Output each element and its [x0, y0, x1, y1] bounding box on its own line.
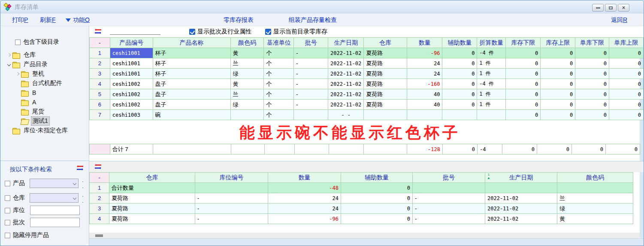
cell[interactable] — [557, 183, 633, 193]
cell[interactable]: ceshi1002 — [110, 100, 153, 110]
close-button[interactable]: × — [618, 4, 629, 12]
tree-item-product-catalog[interactable]: 产品目录 — [0, 60, 89, 69]
cell[interactable]: 夏荷路 — [364, 79, 407, 89]
cell[interactable]: ceshi1001 — [110, 69, 153, 79]
cell[interactable]: 0 — [341, 214, 413, 224]
cell[interactable]: -96 — [268, 214, 341, 224]
cell[interactable]: 0 — [506, 100, 541, 110]
refresh-button[interactable]: 刷新F — [40, 16, 56, 24]
col-store-min[interactable]: 单库下限 — [575, 38, 609, 48]
cell[interactable]: - — [195, 193, 268, 203]
cell[interactable]: 0 — [575, 100, 609, 110]
assembly-stock-check-link[interactable]: 组装产品存量检查 — [289, 16, 337, 24]
cell[interactable]: 1 — [90, 183, 109, 193]
col-warehouse[interactable]: 仓库 — [364, 38, 407, 48]
cell[interactable]: 盘子 — [153, 100, 230, 110]
cell[interactable]: 黄 — [230, 79, 264, 89]
cell[interactable]: 黄 — [557, 214, 633, 224]
cell[interactable]: 个 — [264, 100, 294, 110]
cell[interactable]: 盘子 — [153, 89, 230, 100]
cell[interactable]: 夏荷路 — [109, 193, 195, 203]
cell[interactable]: 3 — [90, 203, 109, 214]
product-checkbox[interactable] — [5, 181, 10, 186]
cell[interactable]: 0 — [341, 193, 413, 203]
cell[interactable]: - — [413, 203, 485, 214]
warehouse-more-button[interactable]: . . — [82, 192, 89, 204]
cell[interactable] — [407, 110, 442, 120]
col-base-unit[interactable]: 基准单位 — [264, 38, 294, 48]
cell[interactable]: 0 — [609, 48, 644, 58]
cell[interactable]: 1 件 — [477, 100, 506, 110]
col-qty[interactable]: 数量 — [268, 173, 341, 183]
cell[interactable]: 1 件 — [477, 89, 506, 100]
cell[interactable]: 3 — [90, 69, 110, 79]
col-prod-date[interactable]: 生产日期 — [328, 38, 364, 48]
hide-disabled-checkbox[interactable] — [5, 233, 10, 238]
cell[interactable]: 0 — [575, 89, 609, 100]
back-button[interactable]: 返回R — [611, 16, 627, 24]
cell[interactable]: 0 — [541, 48, 575, 58]
cell[interactable]: 夏荷路 — [364, 100, 407, 110]
cell[interactable] — [364, 110, 407, 120]
cell[interactable]: 0 — [506, 48, 541, 58]
cell[interactable]: 0 — [541, 58, 575, 69]
cell[interactable] — [195, 183, 268, 193]
cell[interactable]: 0 — [506, 69, 541, 79]
cell[interactable]: - — [294, 48, 328, 58]
cell[interactable]: 24 — [407, 58, 442, 69]
cell[interactable]: 个 — [264, 79, 294, 89]
col-color-code[interactable]: 颜色码 — [557, 173, 633, 183]
cell[interactable] — [485, 183, 557, 193]
zero-stock-report-link[interactable]: 零库存报表 — [224, 16, 254, 24]
cell[interactable]: 2022-11-02 — [328, 69, 364, 79]
functions-menu-button[interactable]: 功能O — [66, 16, 90, 24]
cell[interactable]: 2022-11-02 — [485, 203, 557, 214]
col-store-max[interactable]: 单库上限 — [609, 38, 644, 48]
cell[interactable] — [294, 110, 328, 120]
warehouse-checkbox[interactable] — [5, 195, 10, 201]
cell[interactable]: 夏荷路 — [364, 89, 407, 100]
cell[interactable]: 0 — [609, 110, 644, 120]
show-batch-checkbox[interactable]: 显示批次及行业属性 — [189, 28, 251, 36]
cell[interactable]: ceshi1001 — [110, 58, 153, 69]
cell[interactable]: 40 — [407, 100, 442, 110]
tree-item-test1-selected[interactable]: 测试1 — [0, 116, 89, 126]
cell[interactable]: 0 — [575, 58, 609, 69]
cell[interactable]: 夏荷路 — [109, 203, 195, 214]
show-zero-stock-checkbox[interactable]: 显示当前目录零库存 — [265, 28, 327, 36]
cell[interactable]: - — [195, 203, 268, 214]
cell[interactable]: - — [294, 79, 328, 89]
cell[interactable]: 0 — [341, 203, 413, 214]
cell[interactable]: 兰 — [230, 89, 264, 100]
cell[interactable]: 2022-11-02 — [328, 48, 364, 58]
cell[interactable]: 合计数量 — [109, 183, 195, 193]
cell[interactable]: -4 件 — [477, 79, 506, 89]
cell[interactable]: -96 — [407, 48, 442, 58]
cell[interactable]: 0 — [575, 79, 609, 89]
tree-item-warehouse[interactable]: 仓库 — [0, 50, 89, 60]
cell[interactable]: 24 — [268, 203, 341, 214]
cell[interactable]: - — [294, 58, 328, 69]
cell[interactable]: 2 — [90, 58, 110, 69]
cell[interactable]: 2022-11-02 — [485, 193, 557, 203]
cell[interactable]: 黄 — [230, 48, 264, 58]
cell[interactable]: 2022-11-02 — [328, 79, 364, 89]
cell[interactable]: 杯子 — [153, 69, 230, 79]
cell[interactable]: 夏荷路 — [109, 214, 195, 224]
chevron-right-icon[interactable] — [14, 73, 21, 75]
cell[interactable] — [477, 110, 506, 120]
cell[interactable]: - - — [328, 110, 364, 120]
col-row-index[interactable]: - — [90, 38, 110, 48]
cell[interactable]: 0 — [442, 58, 477, 69]
cell[interactable]: 2022-11-02 — [485, 214, 557, 224]
cell[interactable]: ceshi1002 — [110, 79, 153, 89]
cell[interactable]: 2022-11-02 — [328, 100, 364, 110]
cell[interactable]: 0 — [541, 89, 575, 100]
cell[interactable]: 盘子 — [153, 79, 230, 89]
cell[interactable]: 2022-11-02 — [328, 89, 364, 100]
scrollbar-thumb[interactable] — [95, 234, 103, 237]
cell[interactable]: 杯子 — [153, 48, 230, 58]
cell[interactable]: 夏荷路 — [364, 69, 407, 79]
cell[interactable]: - — [294, 69, 328, 79]
cell[interactable] — [442, 110, 477, 120]
